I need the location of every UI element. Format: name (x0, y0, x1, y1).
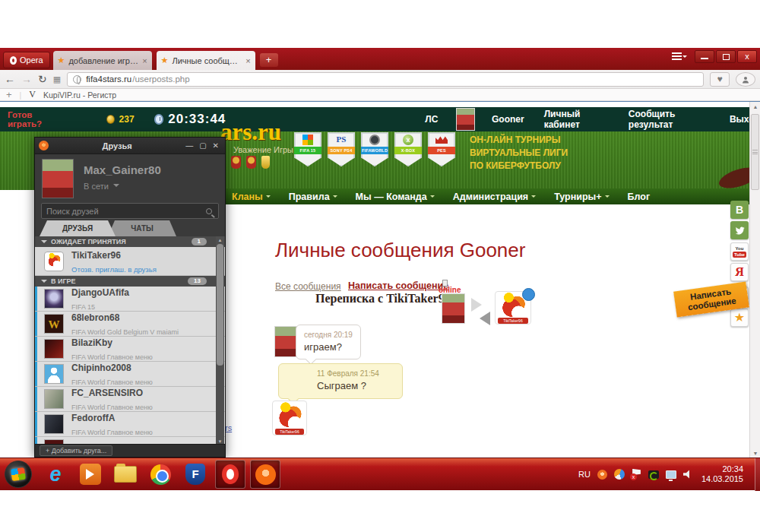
star-icon[interactable]: ★ (730, 309, 749, 327)
friend-row[interactable]: FC_ARSENSIROFIFA World Главное меню (35, 387, 225, 412)
tab-friends[interactable]: ДРУЗЬЯ (40, 220, 116, 236)
scrollbar-thumb[interactable] (751, 114, 759, 190)
private-messages-link[interactable]: ЛС (425, 114, 438, 125)
youtube-icon[interactable]: YouTube (730, 242, 749, 261)
ready-to-play-label: Готов играть? (8, 110, 61, 128)
browser-tray-icon[interactable] (614, 469, 625, 480)
network-icon[interactable] (666, 470, 676, 479)
status-selector[interactable]: В сети (84, 182, 119, 191)
taskbar-fsecure[interactable]: F (180, 460, 211, 489)
taskbar-origin[interactable] (250, 460, 280, 489)
scroll-down-icon[interactable]: ▼ (750, 451, 760, 456)
nav-administration[interactable]: Администрация (453, 192, 536, 202)
taskbar-chrome[interactable] (145, 460, 176, 489)
chevron-down-icon (266, 195, 271, 200)
fifaworld-crest-icon (369, 135, 380, 145)
taskbar-ie[interactable]: e (40, 460, 71, 489)
friends-scrollbar[interactable]: ▲ ▼ (216, 236, 224, 445)
language-indicator[interactable]: RU (578, 470, 591, 479)
minimize-button[interactable] (695, 50, 714, 63)
friends-window-titlebar[interactable]: Друзья — ▢ ✕ (35, 138, 225, 154)
friend-row[interactable]: BilaziKbyFIFA World Главное меню (35, 337, 225, 362)
maximize-button[interactable] (716, 50, 736, 63)
cabinet-link[interactable]: Личный кабинет (544, 109, 609, 130)
user-avatar[interactable] (456, 108, 475, 131)
close-icon[interactable]: ✕ (213, 141, 219, 150)
playstation-icon: PS (337, 135, 347, 144)
friends-list: ОЖИДАЕТ ПРИНЯТИЯ 1 TikiTaker96 Отозв. пр… (35, 236, 225, 445)
maximize-icon[interactable]: ▢ (199, 141, 206, 150)
minimize-icon[interactable]: — (185, 141, 193, 150)
partial-link[interactable]: rs (225, 423, 232, 432)
speaker-icon[interactable] (683, 470, 693, 479)
back-icon[interactable]: ← (5, 74, 15, 84)
write-message-link[interactable]: Написать сообщение (348, 280, 448, 291)
trophy-icon (261, 156, 270, 169)
report-result-link[interactable]: Сообщить результат (629, 109, 710, 130)
avatar[interactable] (42, 159, 74, 198)
scrollbar-thumb[interactable] (217, 244, 223, 366)
profile-area: Max_Gainer80 В сети (35, 154, 225, 201)
search-input[interactable] (42, 207, 206, 216)
new-tab-button[interactable]: + (260, 53, 278, 67)
friend-row[interactable]: FedoroffAFIFA World Главное меню (35, 412, 225, 437)
vk-icon[interactable]: В (730, 201, 749, 219)
show-desktop-button[interactable] (755, 458, 760, 491)
site-logo[interactable]: ars.ru (220, 119, 281, 146)
start-button[interactable] (5, 461, 32, 488)
twitter-icon[interactable] (730, 221, 749, 239)
close-icon[interactable]: × (245, 56, 250, 65)
menu-icon[interactable] (670, 51, 687, 63)
nav-clans[interactable]: Кланы (232, 192, 271, 202)
friend-row[interactable]: W 68lebron68FIFA World Gold Belgium V ma… (35, 312, 225, 337)
heart-icon[interactable]: ♥ (710, 72, 730, 87)
opera-menu-button[interactable]: Opera (3, 52, 50, 68)
profile-icon[interactable] (736, 72, 755, 87)
friend-row[interactable]: Chipinho2008FIFA World Главное меню (35, 362, 225, 387)
add-bookmark-icon[interactable]: + (6, 89, 12, 100)
nvidia-icon[interactable] (648, 470, 659, 479)
tray-clock[interactable]: 20:34 14.03.2015 (701, 464, 743, 484)
nav-team[interactable]: Мы — Команда (356, 192, 435, 202)
scroll-up-icon[interactable]: ▲ (216, 238, 224, 242)
peer-avatar: TikiTaker96 (495, 291, 531, 325)
origin-tray-icon[interactable] (597, 470, 607, 480)
nav-blog[interactable]: Блог (628, 192, 651, 202)
friends-window: Друзья — ▢ ✕ Max_Gainer80 В сети ДРУЗЬЯ … (34, 137, 226, 458)
tab-private-messages[interactable]: ★ Личные сообщения Goo × (157, 51, 255, 70)
taskbar-media-player[interactable] (75, 460, 106, 489)
close-icon[interactable]: × (142, 56, 147, 65)
tab-add-game[interactable]: ★ добавление игры . FIFA4 × (53, 51, 152, 70)
collapse-icon (41, 240, 47, 246)
scroll-up-icon[interactable]: ▲ (750, 104, 760, 109)
taskbar-explorer[interactable] (110, 460, 141, 489)
page-scrollbar[interactable]: ▲ ▼ (749, 102, 760, 458)
action-center-icon[interactable]: x (632, 469, 641, 480)
friend-row[interactable]: DjangoUAfifaFIFA 15 (35, 287, 225, 312)
forward-icon[interactable]: → (21, 74, 32, 84)
site-favicon: ★ (58, 56, 65, 65)
taskbar-opera[interactable] (215, 460, 245, 489)
speed-dial-icon[interactable]: ▦ (53, 75, 61, 84)
close-button[interactable]: x (737, 50, 757, 63)
avatar (44, 289, 64, 309)
all-messages-link[interactable]: Все сообщения (275, 281, 341, 292)
message-text: Сыграем ? (317, 380, 394, 391)
section-in-game[interactable]: В ИГРЕ 13 (35, 276, 225, 287)
pes-crown-icon (435, 135, 448, 144)
address-bar[interactable]: fifa4stars.ru/userposts.php (67, 72, 704, 87)
yandex-icon[interactable]: Я (730, 263, 749, 281)
nav-rules[interactable]: Правила (289, 192, 337, 202)
nav-tournaments[interactable]: Турниры+ (554, 192, 609, 202)
add-friend-button[interactable]: + Добавить друга... (40, 445, 112, 456)
tray-time: 20:34 (701, 464, 743, 474)
section-pending[interactable]: ОЖИДАЕТ ПРИНЯТИЯ 1 (35, 236, 225, 247)
arrow-right-icon (471, 298, 489, 312)
reload-icon[interactable]: ↻ (38, 74, 47, 84)
friend-row[interactable]: TikiTaker96 Отозв. приглаш. в друзья (35, 247, 225, 276)
tab-chats[interactable]: ЧАТЫ (108, 220, 176, 236)
peer-avatar-label: TikiTaker96 (275, 429, 305, 435)
username-link[interactable]: Gooner (492, 114, 524, 125)
revoke-invite-link[interactable]: Отозв. приглаш. в друзья (71, 265, 157, 274)
bookmark-kupivip[interactable]: KupiVIP.ru - Регистр (43, 90, 116, 100)
